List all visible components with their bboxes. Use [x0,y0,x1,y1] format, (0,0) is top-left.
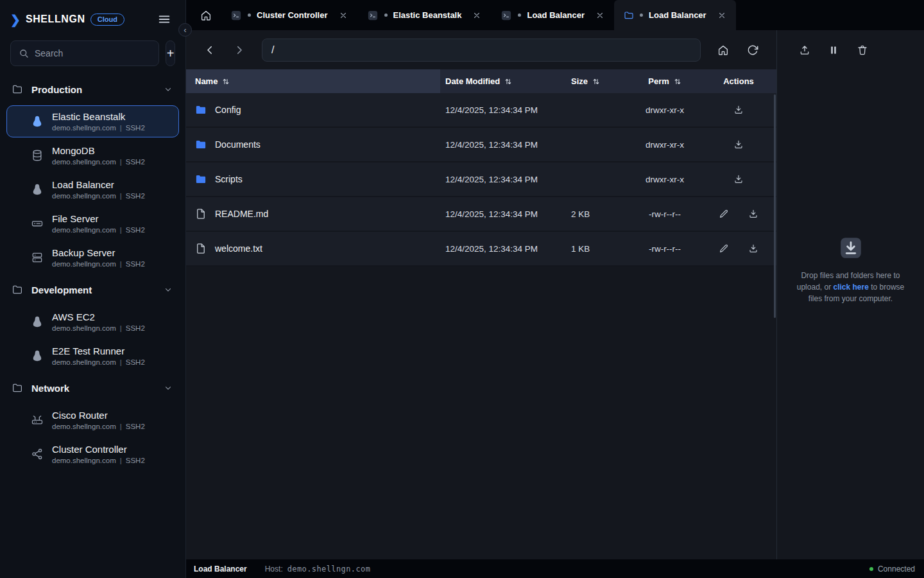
file-date: 12/4/2025, 12:34:34 PM [440,209,566,219]
host-info: Host: demo.shellngn.com [265,565,371,574]
sidebar-item-cisco-router[interactable]: Cisco Router demo.shellngn.com|SSH2 [6,404,179,436]
linux-icon [30,115,44,128]
file-name: welcome.txt [215,243,262,254]
home-directory-icon[interactable] [716,43,730,57]
sidebar: ❯ SHELLNGN Cloud + Pro [0,0,186,578]
app-name: SHELLNGN [26,13,85,25]
tab-load-balancer-terminal[interactable]: Load Balancer [491,0,614,30]
forward-icon[interactable] [232,43,246,57]
file-name: Documents [215,139,261,150]
server-name: E2E Test Runner [52,346,145,356]
path-input[interactable] [262,39,701,62]
sidebar-item-cluster-controller[interactable]: Cluster Controller demo.shellngn.com|SSH… [6,438,179,470]
table-row[interactable]: welcome.txt 12/4/2025, 12:34:34 PM 1 KB … [186,232,776,267]
file-icon [195,208,207,220]
search-input[interactable] [35,48,151,58]
sidebar-item-mongodb[interactable]: MongoDB demo.shellngn.com|SSH2 [6,139,179,171]
search-row: + [0,34,185,75]
file-perm: drwxr-xr-x [629,105,701,115]
menu-icon[interactable] [155,10,174,29]
folder-icon [195,139,207,150]
add-connection-button[interactable]: + [166,40,175,66]
search-box[interactable] [10,40,159,66]
connection-status: Connected [869,565,915,574]
tab-home[interactable] [191,0,221,30]
section-network[interactable]: Network [0,374,185,402]
logo-chevron-icon: ❯ [10,13,21,26]
refresh-icon[interactable] [746,43,760,57]
sort-icon [674,78,681,85]
sort-icon [504,78,512,85]
close-icon[interactable] [472,11,481,20]
chevron-down-icon [164,285,173,294]
server-meta: demo.shellngn.com|SSH2 [52,124,145,132]
back-icon[interactable] [203,43,217,57]
server-meta: demo.shellngn.com|SSH2 [52,158,145,166]
tab-label: Load Balancer [649,10,706,20]
file-perm: -rw-r--r-- [629,209,701,219]
table-row[interactable]: README.md 12/4/2025, 12:34:34 PM 2 KB -r… [186,197,776,232]
tab-status-dot [248,13,251,17]
tab-status-dot [384,13,388,17]
tab-elastic-beanstalk[interactable]: Elastic Beanstalk [357,0,492,30]
sidebar-item-elastic-beanstalk[interactable]: Elastic Beanstalk demo.shellngn.com|SSH2 [6,105,179,137]
table-row[interactable]: Config 12/4/2025, 12:34:34 PM drwxr-xr-x [186,93,776,128]
dropzone[interactable]: Drop files and folders here to upload, o… [777,69,924,559]
tab-label: Load Balancer [527,10,585,20]
close-icon[interactable] [717,11,726,20]
download-icon[interactable] [732,138,745,151]
tab-bar: Cluster Controller Elastic Beanstalk [186,0,924,30]
column-header-perm[interactable]: Perm [629,69,701,93]
scrollbar[interactable] [774,94,776,318]
file-date: 12/4/2025, 12:34:34 PM [440,244,566,254]
dropzone-text: Drop files and folders here to upload, o… [795,270,906,304]
close-icon[interactable] [339,11,348,20]
tab-label: Cluster Controller [257,10,328,20]
column-header-size[interactable]: Size [566,69,629,93]
content-row: Name Date Modified Size [186,30,924,559]
server-meta: demo.shellngn.com|SSH2 [52,260,145,268]
section-production[interactable]: Production [0,75,185,103]
column-header-date-modified[interactable]: Date Modified [440,69,566,93]
file-perm: -rw-r--r-- [629,244,701,254]
tab-load-balancer-files[interactable]: Load Balancer [614,0,736,30]
tab-label: Elastic Beanstalk [393,10,462,20]
column-header-name[interactable]: Name [186,69,440,93]
terminal-icon [367,10,379,21]
edit-icon[interactable] [717,207,730,220]
server-text: MongoDB demo.shellngn.com|SSH2 [52,145,145,166]
section-development[interactable]: Development [0,276,185,304]
download-icon[interactable] [732,173,745,186]
sidebar-item-load-balancer[interactable]: Load Balancer demo.shellngn.com|SSH2 [6,173,179,206]
sidebar-collapse-button[interactable]: ‹ [178,23,192,37]
section-label: Development [31,285,92,295]
server-name: MongoDB [52,145,145,156]
browser-toolbar [186,30,776,69]
edit-icon[interactable] [717,242,730,255]
linux-icon [30,349,44,362]
file-date: 12/4/2025, 12:34:34 PM [440,140,566,150]
sidebar-item-backup-server[interactable]: Backup Server demo.shellngn.com|SSH2 [6,241,179,274]
download-icon[interactable] [747,242,760,255]
folder-icon [12,382,23,394]
trash-icon[interactable] [855,43,869,57]
column-header-actions: Actions [701,69,776,93]
upload-icon[interactable] [798,43,812,57]
table-row[interactable]: Scripts 12/4/2025, 12:34:34 PM drwxr-xr-… [186,162,776,197]
database-icon [30,149,44,162]
browse-files-link[interactable]: click here [833,283,868,292]
status-bar: Load Balancer Host: demo.shellngn.com Co… [186,559,924,578]
server-meta: demo.shellngn.com|SSH2 [52,192,145,200]
sidebar-item-file-server[interactable]: File Server demo.shellngn.com|SSH2 [6,207,179,240]
close-icon[interactable] [595,11,604,20]
app-logo: ❯ SHELLNGN Cloud [10,13,124,26]
download-icon[interactable] [732,103,745,116]
sidebar-item-aws-ec2[interactable]: AWS EC2 demo.shellngn.com|SSH2 [6,306,179,338]
pause-icon[interactable] [826,43,841,57]
table-row[interactable]: Documents 12/4/2025, 12:34:34 PM drwxr-x… [186,128,776,162]
server-name: File Server [52,213,145,224]
transfer-panel: Drop files and folders here to upload, o… [776,30,924,559]
tab-cluster-controller[interactable]: Cluster Controller [221,0,357,30]
download-icon[interactable] [747,207,760,220]
sidebar-item-e2e-test-runner[interactable]: E2E Test Runner demo.shellngn.com|SSH2 [6,340,179,372]
